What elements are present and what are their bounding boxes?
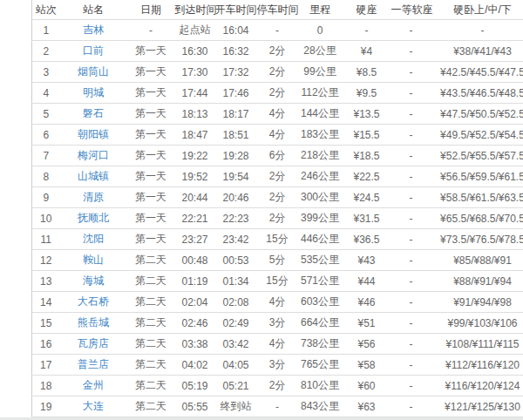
station-name-link[interactable]: 海城 [83,274,104,287]
cell-station-name: 熊岳城 [60,313,127,334]
cell-hard-seat-price: ¥31.5 [343,208,391,229]
cell-station-number: 10 [32,208,60,229]
cell-soft-seat-price: - [391,104,431,125]
cell-distance: 112公里 [298,83,343,104]
cell-arrival-time: 00:48 [175,250,215,271]
cell-hard-seat-price: ¥51 [343,313,391,334]
cell-stop-duration: 4分 [257,334,298,355]
column-header-station-number: 站次 [32,0,60,20]
cell-station-name: 抚顺北 [60,208,127,229]
cell-arrival-time: 04:02 [175,355,215,376]
column-header-sleeper-price: 硬卧上/中/下 [431,0,523,20]
table-row: 6朝阳镇第一天18:4718:514分183公里¥15.5-¥49.5/¥52.… [32,125,523,146]
station-name-link[interactable]: 朝阳镇 [78,128,109,140]
column-header-distance: 里程 [298,0,343,20]
cell-station-number: 14 [32,292,60,313]
station-name-link[interactable]: 瓦房店 [78,337,109,349]
cell-departure-time: 18:51 [215,125,257,146]
cell-station-number: 1 [32,20,60,41]
cell-station-number: 13 [32,271,60,292]
cell-stop-duration: 15分 [257,271,298,292]
station-name-link[interactable]: 口前 [83,44,104,57]
station-name-link[interactable]: 普兰店 [78,358,109,370]
cell-departure-time: 01:34 [215,271,257,292]
cell-distance: 571公里 [298,271,343,292]
cell-date: 第二天 [127,292,175,313]
station-name-link[interactable]: 山城镇 [78,170,109,182]
cell-stop-duration: 15分 [257,229,298,250]
cell-soft-seat-price: - [391,250,431,271]
cell-hard-seat-price: ¥22.5 [343,166,391,187]
column-header-arrival-time: 到达时间 [175,0,215,20]
cell-sleeper-price: ¥42.5/¥45.5/¥47.5 [431,62,523,83]
cell-arrival-time: 18:13 [175,104,215,125]
cell-station-name: 金州 [60,376,127,396]
cell-arrival-time: 23:27 [175,229,215,250]
cell-distance: 535公里 [298,250,343,271]
station-name-link[interactable]: 大石桥 [78,295,109,308]
cell-date: 第一天 [127,125,175,146]
cell-soft-seat-price: - [391,187,431,208]
station-name-link[interactable]: 清原 [83,191,104,203]
cell-departure-time: 17:32 [215,62,257,83]
cell-date: 第一天 [127,166,175,187]
cell-arrival-time: 17:44 [175,83,215,104]
cell-distance: 300公里 [298,187,343,208]
table-row: 5磐石第一天18:1318:174分144公里¥13.5-¥47.5/¥50.5… [32,104,523,125]
cell-stop-duration: 4分 [257,104,298,125]
cell-soft-seat-price: - [391,125,431,146]
cell-date: 第二天 [127,250,175,271]
cell-hard-seat-price: ¥24.5 [343,187,391,208]
table-row: 1吉林-起点站16:04-0--- [32,20,523,41]
table-row: 17普兰店第二天04:0204:053分765公里¥58-¥112/¥116/¥… [32,355,523,376]
cell-distance: 843公里 [298,396,343,417]
cell-hard-seat-price: ¥44 [343,271,391,292]
cell-sleeper-price: ¥116/¥120/¥124 [431,376,523,396]
cell-departure-time: 23:42 [215,229,257,250]
cell-distance: 810公里 [298,376,343,396]
cell-soft-seat-price: - [391,313,431,334]
cell-sleeper-price: ¥38/¥41/¥43 [431,41,523,62]
table-row: 3烟筒山第一天17:3017:322分99公里¥8.5-¥42.5/¥45.5/… [32,62,523,83]
cell-hard-seat-price: ¥46 [343,292,391,313]
station-name-link[interactable]: 磐石 [83,107,104,119]
cell-stop-duration: 2分 [257,208,298,229]
cell-departure-time: 20:46 [215,187,257,208]
cell-station-number: 18 [32,376,60,396]
cell-hard-seat-price: ¥8.5 [343,62,391,83]
cell-arrival-time: 22:21 [175,208,215,229]
station-name-link[interactable]: 大连 [83,400,104,412]
cell-distance: 765公里 [298,355,343,376]
cell-distance: 28公里 [298,41,343,62]
cell-station-name: 磐石 [60,104,127,125]
station-name-link[interactable]: 鞍山 [83,254,104,266]
cell-date: 第一天 [127,104,175,125]
cell-soft-seat-price: - [391,166,431,187]
station-name-link[interactable]: 金州 [83,379,104,391]
cell-hard-seat-price: ¥15.5 [343,125,391,146]
cell-arrival-time: 17:30 [175,62,215,83]
station-name-link[interactable]: 梅河口 [78,149,109,161]
column-header-stop-duration: 停车时间 [257,0,298,20]
table-row: 4明城第一天17:4417:462分112公里¥9.5-¥43.5/¥46.5/… [32,83,523,104]
cell-departure-time: 02:08 [215,292,257,313]
cell-date: 第二天 [127,334,175,355]
header-row: 站次站名日期到达时间开车时间停车时间里程硬座一等软座硬卧上/中/下 [32,0,523,20]
station-name-link[interactable]: 吉林 [83,24,104,36]
cell-date: 第一天 [127,187,175,208]
cell-stop-duration: 2分 [257,187,298,208]
station-name-link[interactable]: 明城 [83,86,104,98]
station-name-link[interactable]: 抚顺北 [78,212,109,224]
station-name-link[interactable]: 烟筒山 [78,65,109,78]
cell-distance: 446公里 [298,229,343,250]
cell-soft-seat-price: - [391,334,431,355]
cell-arrival-time: 16:30 [175,41,215,62]
cell-station-number: 3 [32,62,60,83]
station-name-link[interactable]: 沈阳 [83,233,104,245]
station-name-link[interactable]: 熊岳城 [78,316,109,329]
cell-departure-time: 16:04 [215,20,257,41]
cell-station-name: 朝阳镇 [60,125,127,146]
cell-date: 第一天 [127,229,175,250]
cell-departure-time: 19:28 [215,146,257,166]
cell-sleeper-price: ¥88/¥91/¥94 [431,271,523,292]
